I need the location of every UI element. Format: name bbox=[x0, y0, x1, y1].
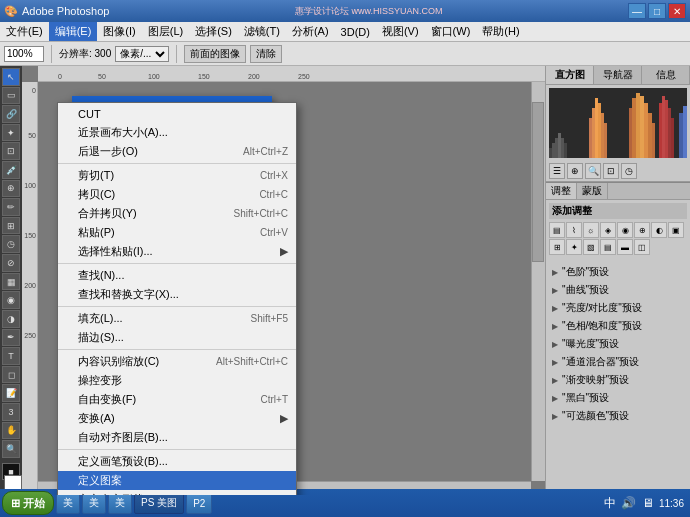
menu-item-stroke[interactable]: 描边(S)... bbox=[58, 328, 296, 347]
menu-analysis[interactable]: 分析(A) bbox=[286, 22, 335, 41]
menu-edit[interactable]: 编辑(E) bbox=[49, 22, 98, 41]
tab-adjustments[interactable]: 调整 bbox=[546, 183, 577, 199]
tool-magic-wand[interactable]: ✦ bbox=[2, 124, 20, 142]
window-controls[interactable]: — □ ✕ bbox=[628, 3, 686, 19]
menu-item-define-brush[interactable]: 定义画笔预设(B)... bbox=[58, 452, 296, 471]
tool-hand[interactable]: ✋ bbox=[2, 422, 20, 440]
zoom-input[interactable] bbox=[4, 46, 44, 62]
preset-levels[interactable]: ▶ "色阶"预设 bbox=[548, 263, 688, 281]
preset-selective[interactable]: ▶ "可选颜色"预设 bbox=[548, 407, 688, 425]
menu-view[interactable]: 视图(V) bbox=[376, 22, 425, 41]
preset-bw[interactable]: ▶ "黑白"预设 bbox=[548, 389, 688, 407]
tool-text[interactable]: T bbox=[2, 347, 20, 365]
taskbar-item-3[interactable]: 美 bbox=[108, 492, 132, 514]
menu-item-fill[interactable]: 填充(L)... Shift+F5 bbox=[58, 309, 296, 328]
menu-image[interactable]: 图像(I) bbox=[97, 22, 141, 41]
front-image-button[interactable]: 前面的图像 bbox=[184, 45, 246, 63]
tool-zoom[interactable]: 🔍 bbox=[2, 440, 20, 458]
menu-item-content-aware[interactable]: 内容识别缩放(C) Alt+Shift+Ctrl+C bbox=[58, 352, 296, 371]
canvas-area[interactable]: 0 50 100 150 200 250 0 50 100 150 200 25… bbox=[22, 66, 545, 495]
adj-levels-icon[interactable]: ▤ bbox=[549, 222, 565, 238]
menu-item-find[interactable]: 查找(N)... bbox=[58, 266, 296, 285]
preset-gradient[interactable]: ▶ "渐变映射"预设 bbox=[548, 371, 688, 389]
panel-btn-4[interactable]: ⊡ bbox=[603, 163, 619, 179]
menu-item-copy[interactable]: 拷贝(C) Ctrl+C bbox=[58, 185, 296, 204]
menu-item-transform[interactable]: 变换(A) ▶ bbox=[58, 409, 296, 428]
menu-item-findreplace[interactable]: 查找和替换文字(X)... bbox=[58, 285, 296, 304]
tool-history[interactable]: ◷ bbox=[2, 235, 20, 253]
adj-selective-icon[interactable]: ◫ bbox=[634, 239, 650, 255]
menu-item-define-shape[interactable]: 定义自定形状... bbox=[58, 490, 296, 495]
menu-help[interactable]: 帮助(H) bbox=[476, 22, 525, 41]
taskbar-item-p2[interactable]: P2 bbox=[186, 492, 212, 514]
menu-filter[interactable]: 滤镜(T) bbox=[238, 22, 286, 41]
adj-curves-icon[interactable]: ⌇ bbox=[566, 222, 582, 238]
taskbar-network-icon[interactable]: 🖥 bbox=[640, 495, 656, 511]
menu-item-puppet[interactable]: 操控变形 bbox=[58, 371, 296, 390]
menu-item-step-back[interactable]: 后退一步(O) Alt+Ctrl+Z bbox=[58, 142, 296, 161]
panel-btn-3[interactable]: 🔍 bbox=[585, 163, 601, 179]
preset-channel[interactable]: ▶ "通道混合器"预设 bbox=[548, 353, 688, 371]
adj-photofilter-icon[interactable]: ▣ bbox=[668, 222, 684, 238]
menu-select[interactable]: 选择(S) bbox=[189, 22, 238, 41]
taskbar-item-1[interactable]: 美 bbox=[56, 492, 80, 514]
start-button[interactable]: ⊞ 开始 bbox=[2, 491, 54, 515]
adj-hue-icon[interactable]: ◉ bbox=[617, 222, 633, 238]
menu-item-cut[interactable]: CUT bbox=[58, 105, 296, 123]
preset-hue[interactable]: ▶ "色相/饱和度"预设 bbox=[548, 317, 688, 335]
tab-histogram[interactable]: 直方图 bbox=[546, 66, 594, 84]
menu-item-define-pattern[interactable]: 定义图案 bbox=[58, 471, 296, 490]
vertical-scrollbar[interactable] bbox=[531, 82, 545, 481]
taskbar-lang-indicator[interactable]: 中 bbox=[602, 495, 618, 511]
tool-blur[interactable]: ◉ bbox=[2, 291, 20, 309]
tool-stamp[interactable]: ⊞ bbox=[2, 217, 20, 235]
menu-item-free-transform[interactable]: 自由变换(F) Ctrl+T bbox=[58, 390, 296, 409]
preset-curves[interactable]: ▶ "曲线"预设 bbox=[548, 281, 688, 299]
menu-3d[interactable]: 3D(D) bbox=[335, 22, 376, 41]
tool-pen[interactable]: ✒ bbox=[2, 329, 20, 347]
tool-brush[interactable]: ✏ bbox=[2, 198, 20, 216]
adj-exposure-icon[interactable]: ☼ bbox=[583, 222, 599, 238]
tool-3d[interactable]: 3 bbox=[2, 403, 20, 421]
menu-item-merge-copy[interactable]: 合并拷贝(Y) Shift+Ctrl+C bbox=[58, 204, 296, 223]
tool-notes[interactable]: 📝 bbox=[2, 384, 20, 402]
tool-lasso[interactable]: 🔗 bbox=[2, 105, 20, 123]
menu-item-canvas[interactable]: 近景画布大小(A)... bbox=[58, 123, 296, 142]
tool-eyedropper[interactable]: 💉 bbox=[2, 161, 20, 179]
vscroll-thumb[interactable] bbox=[532, 102, 544, 262]
taskbar-item-ps[interactable]: PS 美图 bbox=[134, 492, 184, 514]
tab-masks[interactable]: 蒙版 bbox=[577, 183, 608, 199]
tool-heal[interactable]: ⊕ bbox=[2, 180, 20, 198]
tab-navigator[interactable]: 导航器 bbox=[594, 66, 642, 84]
tool-crop[interactable]: ⊡ bbox=[2, 142, 20, 160]
tool-move[interactable]: ↖ bbox=[2, 68, 20, 86]
menu-layer[interactable]: 图层(L) bbox=[142, 22, 189, 41]
adj-bw-icon[interactable]: ◐ bbox=[651, 222, 667, 238]
preset-brightness[interactable]: ▶ "亮度/对比度"预设 bbox=[548, 299, 688, 317]
tool-shape[interactable]: ◻ bbox=[2, 366, 20, 384]
panel-btn-1[interactable]: ☰ bbox=[549, 163, 565, 179]
adj-posterize-icon[interactable]: ▤ bbox=[600, 239, 616, 255]
panel-btn-2[interactable]: ⊕ bbox=[567, 163, 583, 179]
taskbar-volume-icon[interactable]: 🔊 bbox=[621, 495, 637, 511]
menu-file[interactable]: 文件(E) bbox=[0, 22, 49, 41]
tab-info[interactable]: 信息 bbox=[642, 66, 690, 84]
unit-select[interactable]: 像素/... bbox=[115, 46, 169, 62]
adj-colorbalance-icon[interactable]: ⊕ bbox=[634, 222, 650, 238]
clear-button[interactable]: 清除 bbox=[250, 45, 282, 63]
menu-window[interactable]: 窗口(W) bbox=[425, 22, 477, 41]
preset-exposure[interactable]: ▶ "曝光度"预设 bbox=[548, 335, 688, 353]
menu-item-cutx[interactable]: 剪切(T) Ctrl+X bbox=[58, 166, 296, 185]
adj-threshold-icon[interactable]: ▧ bbox=[583, 239, 599, 255]
maximize-button[interactable]: □ bbox=[648, 3, 666, 19]
tool-eraser[interactable]: ⊘ bbox=[2, 254, 20, 272]
minimize-button[interactable]: — bbox=[628, 3, 646, 19]
adj-vibrance-icon[interactable]: ◈ bbox=[600, 222, 616, 238]
close-button[interactable]: ✕ bbox=[668, 3, 686, 19]
tool-dodge[interactable]: ◑ bbox=[2, 310, 20, 328]
adj-gradient-icon[interactable]: ▬ bbox=[617, 239, 633, 255]
tool-marquee[interactable]: ▭ bbox=[2, 87, 20, 105]
taskbar-item-2[interactable]: 美 bbox=[82, 492, 106, 514]
panel-btn-5[interactable]: ◷ bbox=[621, 163, 637, 179]
menu-item-auto-align[interactable]: 自动对齐图层(B)... bbox=[58, 428, 296, 447]
